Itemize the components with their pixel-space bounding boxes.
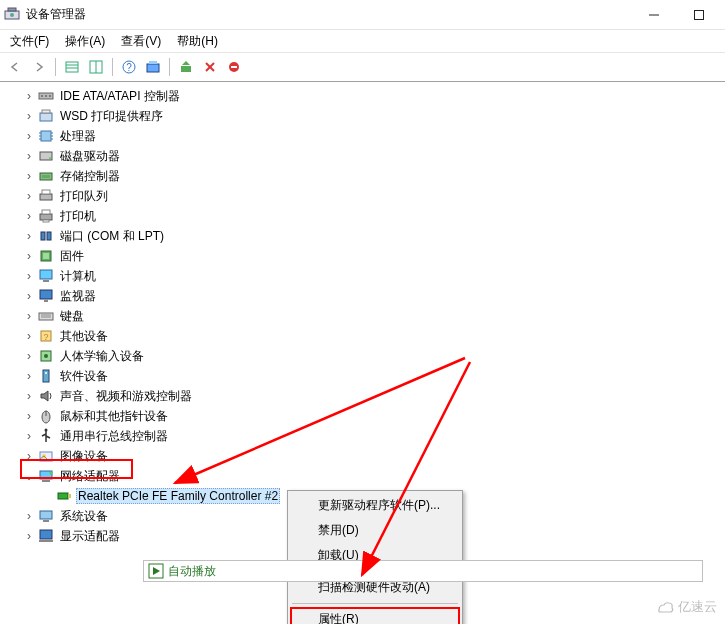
tree-item[interactable]: ›声音、视频和游戏控制器 [4,386,725,406]
svg-rect-40 [43,220,49,222]
menu-view[interactable]: 查看(V) [113,31,169,52]
svg-point-55 [44,354,48,358]
tree-item[interactable]: ›计算机 [4,266,725,286]
help-button[interactable]: ? [118,56,140,78]
svg-text:?: ? [43,332,48,342]
tree-item[interactable]: ›通用串行总线控制器 [4,426,725,446]
chevron-right-icon[interactable]: › [22,169,36,183]
context-disable[interactable]: 禁用(D) [290,518,460,543]
chevron-right-icon[interactable]: › [22,329,36,343]
svg-rect-37 [42,190,50,194]
device-category-icon [38,88,54,104]
chevron-right-icon[interactable]: › [22,189,36,203]
menu-help[interactable]: 帮助(H) [169,31,226,52]
svg-point-65 [50,472,53,475]
tree-item[interactable]: ›?其他设备 [4,326,725,346]
forward-button[interactable] [28,56,50,78]
chevron-right-icon[interactable]: › [22,369,36,383]
chevron-right-icon[interactable]: › [22,229,36,243]
svg-rect-36 [40,194,52,200]
svg-rect-71 [39,540,53,542]
device-category-icon [38,528,54,544]
chevron-right-icon[interactable]: › [22,89,36,103]
tree-item[interactable]: ›软件设备 [4,366,725,386]
svg-rect-5 [66,62,78,72]
svg-rect-46 [43,280,49,282]
chevron-right-icon[interactable]: › [22,209,36,223]
device-category-icon [38,148,54,164]
tree-item[interactable]: ›监视器 [4,286,725,306]
tree-item[interactable]: ›鼠标和其他指针设备 [4,406,725,426]
context-properties[interactable]: 属性(R) [290,607,460,624]
menu-file[interactable]: 文件(F) [2,31,57,52]
tree-item[interactable]: ›存储控制器 [4,166,725,186]
tree-item[interactable]: ›打印机 [4,206,725,226]
chevron-right-icon[interactable]: › [22,149,36,163]
back-button[interactable] [4,56,26,78]
tree-item-label: 其他设备 [58,327,110,346]
tree-item[interactable]: ›IDE ATA/ATAPI 控制器 [4,86,725,106]
svg-rect-44 [43,253,49,259]
maximize-button[interactable] [676,1,721,29]
menubar: 文件(F) 操作(A) 查看(V) 帮助(H) [0,30,725,52]
chevron-right-icon[interactable]: › [22,129,36,143]
window-title: 设备管理器 [26,6,631,23]
svg-point-57 [45,372,47,374]
chevron-right-icon[interactable]: › [22,109,36,123]
tree-item-label: 图像设备 [58,447,110,466]
svg-text:?: ? [126,62,132,73]
disable-button[interactable] [223,56,245,78]
tree-item-label: 计算机 [58,267,98,286]
update-driver-button[interactable] [175,56,197,78]
separator-icon [169,58,170,76]
details-button[interactable] [85,56,107,78]
svg-point-2 [10,13,14,17]
tree-item-label: 软件设备 [58,367,110,386]
tree-item-label: 打印队列 [58,187,110,206]
list-button[interactable] [61,56,83,78]
svg-rect-48 [44,300,48,302]
chevron-right-icon[interactable]: › [22,269,36,283]
svg-rect-61 [40,452,52,461]
tree-item[interactable]: ›固件 [4,246,725,266]
svg-rect-45 [40,270,52,279]
context-update-driver[interactable]: 更新驱动程序软件(P)... [290,493,460,518]
svg-rect-12 [147,64,159,72]
tree-item-label: 声音、视频和游戏控制器 [58,387,194,406]
menu-action[interactable]: 操作(A) [57,31,113,52]
tree-item[interactable]: ›磁盘驱动器 [4,146,725,166]
chevron-right-icon[interactable]: › [22,529,36,543]
tree-item[interactable]: ›键盘 [4,306,725,326]
svg-rect-1 [8,8,16,11]
tree-item[interactable]: ›WSD 打印提供程序 [4,106,725,126]
chevron-right-icon[interactable]: › [22,309,36,323]
tree-item-label: 键盘 [58,307,86,326]
titlebar: 设备管理器 [0,0,725,30]
svg-point-33 [49,157,51,159]
chevron-right-icon[interactable]: › [22,249,36,263]
tree-item[interactable]: ›人体学输入设备 [4,346,725,366]
chevron-down-icon[interactable]: ⌄ [22,469,36,483]
svg-point-21 [45,95,47,97]
chevron-right-icon[interactable]: › [22,349,36,363]
toolbar: ? [0,52,725,82]
svg-rect-56 [43,370,49,382]
scan-button[interactable] [142,56,164,78]
chevron-right-icon[interactable]: › [22,509,36,523]
uninstall-button[interactable] [199,56,221,78]
watermark: 亿速云 [656,598,717,616]
chevron-right-icon[interactable]: › [22,429,36,443]
chevron-right-icon[interactable]: › [22,389,36,403]
tree-item[interactable]: ⌄网络适配器 [4,466,725,486]
tree-item[interactable]: ›端口 (COM 和 LPT) [4,226,725,246]
svg-rect-23 [40,113,52,121]
tree-item[interactable]: ›处理器 [4,126,725,146]
device-category-icon [38,108,54,124]
tree-item-label: 打印机 [58,207,98,226]
chevron-right-icon[interactable]: › [22,449,36,463]
minimize-button[interactable] [631,1,676,29]
chevron-right-icon[interactable]: › [22,289,36,303]
tree-item[interactable]: ›图像设备 [4,446,725,466]
tree-item[interactable]: ›打印队列 [4,186,725,206]
chevron-right-icon[interactable]: › [22,409,36,423]
